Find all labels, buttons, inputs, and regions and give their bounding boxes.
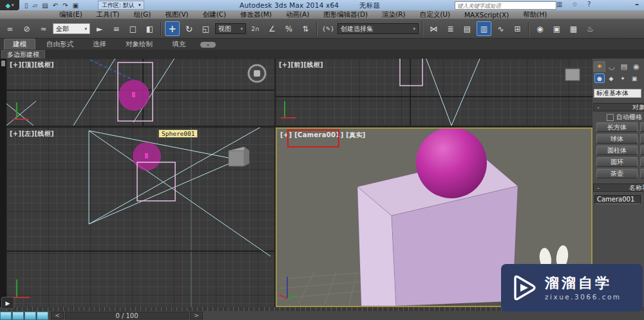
tab-motion[interactable]: ◉ bbox=[630, 61, 642, 72]
menu-views[interactable]: 视图(V) bbox=[165, 10, 188, 19]
category-lights[interactable]: ✦ bbox=[618, 73, 628, 83]
percent-snap-icon[interactable]: % bbox=[281, 21, 296, 36]
material-editor-icon[interactable]: ◉ bbox=[533, 21, 547, 36]
reference-coordinate-dropdown[interactable]: 视图 ▾ bbox=[215, 23, 246, 34]
select-and-rotate-icon[interactable]: ↻ bbox=[182, 21, 196, 36]
pyramid-button-clipped[interactable] bbox=[640, 157, 644, 167]
graphite-ribbon-toggle-icon[interactable]: ▥ bbox=[477, 21, 491, 36]
help-icon[interactable]: ? bbox=[587, 1, 591, 8]
autogrid-checkbox[interactable] bbox=[607, 114, 614, 121]
plane-button-clipped[interactable] bbox=[640, 169, 644, 178]
name-color-rollout-header[interactable]: - 名称和颜色 bbox=[593, 184, 644, 192]
minimize-button[interactable]: – bbox=[635, 0, 639, 9]
frame-counter[interactable]: 0 / 100 bbox=[65, 312, 189, 319]
undo-icon[interactable]: ↶ bbox=[53, 2, 58, 9]
edit-named-selection-sets-icon[interactable]: {✎} bbox=[321, 21, 336, 36]
sphere-button[interactable]: 球体 bbox=[596, 134, 638, 144]
next-frame-button[interactable]: > bbox=[190, 312, 203, 319]
viewport-camera-label-shading[interactable]: [真实] bbox=[346, 131, 365, 138]
category-cameras[interactable]: ▣ bbox=[629, 73, 639, 83]
bottom-left-teal-buttons[interactable] bbox=[0, 312, 48, 320]
viewport-front-label[interactable]: [+][前][线框] bbox=[279, 61, 323, 70]
viewport-top-label[interactable]: [+][顶][线框] bbox=[10, 61, 54, 70]
open-file-icon[interactable]: ▱ bbox=[33, 2, 38, 9]
cylinder-button[interactable]: 圆柱体 bbox=[596, 146, 638, 155]
menu-animation[interactable]: 动画(A) bbox=[286, 10, 309, 19]
menu-group[interactable]: 组(G) bbox=[133, 10, 151, 19]
window-crossing-icon[interactable]: ◧ bbox=[142, 21, 157, 36]
rendered-frame-window-icon[interactable]: ▦ bbox=[566, 21, 581, 36]
select-and-scale-icon[interactable]: ◱ bbox=[198, 21, 213, 36]
tab-hierarchy[interactable]: ▤ bbox=[618, 61, 630, 72]
search-input[interactable] bbox=[455, 1, 556, 10]
align-icon[interactable]: ≣ bbox=[443, 21, 458, 36]
menu-rendering[interactable]: 渲染(R) bbox=[382, 10, 406, 19]
workspace-dropdown[interactable]: 工作区: 默认 ▾ bbox=[98, 1, 144, 10]
menu-create[interactable]: 创建(C) bbox=[203, 10, 227, 19]
viewport-front[interactable]: [+][前][线框] bbox=[276, 59, 592, 126]
menu-customize[interactable]: 自定义(U) bbox=[420, 10, 450, 19]
app-logo-button[interactable]: ◆ ▾ bbox=[0, 0, 19, 10]
new-file-icon[interactable]: ▯ bbox=[24, 2, 28, 9]
layer-manager-icon[interactable]: ▤ bbox=[460, 21, 475, 36]
shapes-icon: ◆ bbox=[609, 75, 614, 82]
viewport-horizontal-divider[interactable] bbox=[6, 126, 592, 127]
communication-center-icon[interactable]: ▥ bbox=[556, 1, 562, 8]
ribbon-tab-populate[interactable]: 填充 bbox=[164, 39, 194, 50]
cone-button-clipped[interactable] bbox=[640, 122, 644, 132]
ribbon-tab-selection[interactable]: 选择 bbox=[84, 39, 115, 50]
curve-editor-icon[interactable]: ∿ bbox=[493, 21, 508, 36]
selection-filter-dropdown[interactable]: 全部 ▾ bbox=[53, 23, 90, 34]
expand-button[interactable]: ▶ bbox=[1, 297, 14, 309]
object-name-field[interactable] bbox=[594, 195, 641, 204]
tab-modify[interactable]: ◡ bbox=[606, 61, 618, 72]
ribbon-minimize-button[interactable]: ▾ bbox=[200, 42, 216, 48]
viewport-left[interactable]: [+][左][线框] Sphere001 bbox=[6, 127, 274, 307]
redo-icon[interactable]: ↷ bbox=[62, 2, 68, 9]
bind-to-space-warp-icon[interactable]: ≈ bbox=[36, 21, 51, 36]
named-selection-sets-dropdown[interactable]: 创建选择集 ▾ bbox=[337, 23, 419, 34]
menu-edit[interactable]: 编辑(E) bbox=[59, 10, 82, 19]
rectangular-selection-region-icon[interactable]: □ bbox=[126, 21, 140, 36]
tab-create[interactable]: * bbox=[594, 61, 605, 72]
ribbon-tab-modeling[interactable]: 建模 bbox=[4, 39, 35, 50]
torus-button[interactable]: 圆环 bbox=[596, 157, 638, 167]
viewport-vertical-divider[interactable] bbox=[274, 59, 276, 307]
geometry-type-dropdown[interactable]: 标准基本体 bbox=[594, 89, 641, 98]
render-production-icon[interactable]: ♨ bbox=[583, 21, 598, 36]
menu-modifiers[interactable]: 修改器(M) bbox=[240, 10, 272, 19]
spinner-snap-icon[interactable]: ⇅ bbox=[298, 21, 313, 36]
snaps-toggle-icon[interactable]: 2∩ bbox=[248, 21, 263, 36]
tube-button-clipped[interactable] bbox=[640, 146, 644, 155]
polygon-modeling-panel-tab[interactable]: 多边形建模 bbox=[1, 50, 45, 59]
menu-maxscript[interactable]: MAXScript(X) bbox=[464, 11, 509, 19]
teapot-button[interactable]: 茶壶 bbox=[596, 169, 638, 178]
unlink-selection-icon[interactable]: ⊘ bbox=[19, 21, 34, 36]
menu-help[interactable]: 帮助(H) bbox=[523, 10, 547, 19]
schematic-view-icon[interactable]: ⊞ bbox=[510, 21, 525, 36]
viewport-left-label[interactable]: [+][左][线框] bbox=[10, 129, 54, 138]
select-and-link-icon[interactable]: ∞ bbox=[3, 21, 17, 36]
menu-tools[interactable]: 工具(T) bbox=[97, 10, 120, 19]
box-button[interactable]: 长方体 bbox=[596, 122, 638, 132]
viewport-strip-icon[interactable] bbox=[1, 61, 5, 66]
select-and-move-icon[interactable]: + bbox=[165, 21, 180, 36]
ribbon-tab-freeform[interactable]: 自由形式 bbox=[38, 39, 82, 50]
previous-frame-button[interactable]: < bbox=[51, 312, 64, 319]
favorites-star-icon[interactable]: ☆ bbox=[572, 1, 578, 8]
menu-graph-editors[interactable]: 图形编辑器(D) bbox=[323, 10, 368, 19]
title-bar: ◆ ▾ ▯ ▱ ▤ ↶ ↷ ▣ 工作区: 默认 ▾ Autodesk 3ds M… bbox=[0, 0, 644, 10]
category-shapes[interactable]: ◆ bbox=[606, 73, 616, 83]
render-setup-icon[interactable]: ▣ bbox=[549, 21, 564, 36]
angle-snap-icon[interactable]: ∠ bbox=[265, 21, 279, 36]
select-by-name-icon[interactable]: ≡ bbox=[109, 21, 124, 36]
select-object-icon[interactable]: ► bbox=[92, 21, 107, 36]
ribbon-tab-object-paint[interactable]: 对象绘制 bbox=[117, 39, 161, 50]
viewport-top[interactable]: [+][顶][线框] bbox=[6, 59, 274, 126]
category-geometry[interactable]: ● bbox=[594, 73, 605, 83]
geosphere-button-clipped[interactable] bbox=[640, 134, 644, 144]
mirror-icon[interactable]: ⋈ bbox=[426, 21, 441, 36]
save-file-icon[interactable]: ▤ bbox=[42, 2, 48, 9]
project-folder-icon[interactable]: ▣ bbox=[72, 2, 78, 9]
object-type-rollout-header[interactable]: - 对象类型 bbox=[593, 103, 644, 111]
